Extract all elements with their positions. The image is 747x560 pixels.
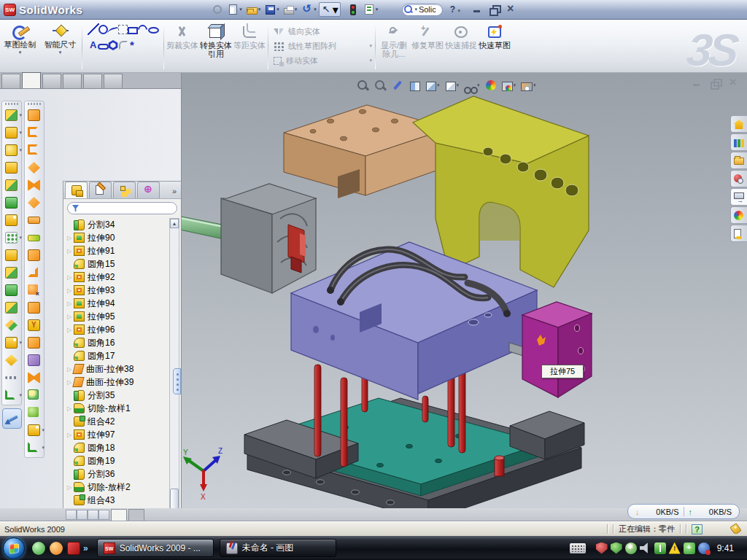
- feature-manager-tab[interactable]: [137, 182, 160, 198]
- 3d-model-exploded-mold[interactable]: Y Z X: [182, 73, 747, 508]
- ribbon-tab[interactable]: [42, 74, 61, 88]
- feature-tree-item[interactable]: 拉伸94: [65, 297, 169, 310]
- command-button[interactable]: 线性草图阵列 ▾: [273, 39, 374, 53]
- sketch-entity-button[interactable]: [128, 27, 138, 34]
- feature-tree-item[interactable]: 组合42: [65, 415, 169, 428]
- tray-icon[interactable]: [640, 542, 651, 554]
- feature-tree-item[interactable]: 圆角17: [65, 349, 169, 362]
- select-tool-button[interactable]: ▾: [319, 2, 341, 17]
- taskbar-task-button[interactable]: 未命名 - 画图: [220, 539, 336, 557]
- toolbar-button[interactable]: ▾: [362, 1, 380, 18]
- ribbon-tab[interactable]: [104, 74, 123, 88]
- feature-tool-button[interactable]: [2, 265, 21, 282]
- feature-tool-button[interactable]: [2, 142, 21, 160]
- task-pane-tab[interactable]: [730, 206, 747, 224]
- sketch-entity-button[interactable]: [88, 23, 99, 35]
- quick-launch-overflow-chevron[interactable]: »: [83, 543, 88, 553]
- command-button[interactable]: 快速草图: [478, 20, 511, 72]
- feature-tool-button[interactable]: [2, 335, 21, 352]
- restore-button[interactable]: [489, 5, 500, 14]
- mold-tool-button[interactable]: [25, 335, 44, 352]
- quick-launch-icon[interactable]: [50, 542, 63, 555]
- task-pane-tab[interactable]: [730, 225, 747, 242]
- graphics-area[interactable]: Y Z X ▾▾▾▾▾▾▾▾▾▾ 拉伸75: [181, 73, 747, 508]
- ribbon-tab[interactable]: [63, 74, 82, 88]
- expand-arrow-icon[interactable]: [65, 235, 74, 241]
- command-button[interactable]: 等距实体: [233, 20, 266, 72]
- ribbon-tab[interactable]: [1, 74, 20, 88]
- expand-arrow-icon[interactable]: [65, 248, 74, 254]
- close-button[interactable]: [507, 5, 517, 14]
- task-pane-tab[interactable]: [730, 170, 747, 187]
- mold-tool-button[interactable]: [25, 125, 44, 142]
- feature-tool-button[interactable]: [2, 177, 21, 195]
- feature-tool-button[interactable]: [2, 282, 21, 300]
- expand-arrow-icon[interactable]: [65, 484, 74, 491]
- toolbar-button[interactable]: ▾: [210, 1, 225, 18]
- mold-tool-button[interactable]: [25, 387, 44, 405]
- mold-tool-button[interactable]: [25, 195, 44, 212]
- toolbar-button[interactable]: ▾: [346, 1, 360, 18]
- view-tool-button[interactable]: ▾: [462, 77, 481, 93]
- expand-arrow-icon[interactable]: [65, 287, 74, 294]
- feature-tool-button[interactable]: [2, 317, 21, 335]
- feature-tool-button[interactable]: [2, 195, 21, 212]
- mold-tool-button[interactable]: [25, 422, 44, 440]
- document-tab[interactable]: [111, 509, 127, 521]
- tray-icon[interactable]: [611, 542, 622, 554]
- mold-tool-button[interactable]: [25, 300, 44, 317]
- command-button[interactable]: 剪裁实体: [166, 20, 199, 72]
- toolbar-button[interactable]: ▾: [282, 1, 299, 18]
- feature-tree-item[interactable]: 分割35: [65, 389, 169, 402]
- feature-tree-item[interactable]: 圆角15: [65, 257, 169, 271]
- view-tool-button[interactable]: ▾: [408, 77, 422, 93]
- mold-tool-button[interactable]: [25, 317, 44, 335]
- tray-icon[interactable]: [698, 542, 710, 554]
- sketch-entity-button[interactable]: [148, 27, 159, 34]
- feature-tree-item[interactable]: 圆角18: [65, 441, 169, 454]
- feature-tool-button[interactable]: [2, 212, 21, 230]
- feature-manager-tab[interactable]: [65, 182, 88, 198]
- feature-tree-item[interactable]: 拉伸92: [65, 271, 169, 284]
- doc-minimize-button[interactable]: [692, 79, 702, 88]
- minimize-button[interactable]: [472, 5, 482, 14]
- task-pane-tab[interactable]: [730, 115, 747, 133]
- feature-tool-button[interactable]: [2, 352, 21, 370]
- feature-tool-button[interactable]: [2, 125, 21, 142]
- feature-tool-button[interactable]: [2, 160, 21, 177]
- feature-tool-button[interactable]: [2, 230, 21, 247]
- feature-tree-item[interactable]: 拉伸90: [65, 231, 169, 244]
- feature-tree-item[interactable]: 分割36: [65, 467, 169, 481]
- tab-nav-button[interactable]: [88, 510, 98, 520]
- expand-arrow-icon[interactable]: [65, 327, 74, 333]
- expand-arrow-icon[interactable]: [65, 432, 74, 438]
- mold-tool-button[interactable]: [25, 405, 44, 422]
- tray-icon[interactable]: [654, 542, 666, 554]
- sketch-entity-button[interactable]: [119, 41, 128, 50]
- clock[interactable]: 9:41: [717, 543, 734, 553]
- search-input[interactable]: Solic: [419, 5, 436, 14]
- feature-tree-item[interactable]: 拉伸95: [65, 310, 169, 323]
- feature-tree-item[interactable]: 切除-放样2: [65, 481, 169, 494]
- feature-tool-button[interactable]: [2, 107, 21, 125]
- measure-tool-button-pressed[interactable]: [2, 408, 22, 429]
- mold-tool-button[interactable]: [25, 265, 44, 282]
- mold-tool-button[interactable]: [25, 370, 44, 387]
- help-button[interactable]: ? ▾: [450, 4, 462, 15]
- view-tool-button[interactable]: ▾: [444, 77, 461, 93]
- feature-tree-item[interactable]: 拉伸96: [65, 323, 169, 336]
- feature-tree-item[interactable]: 曲面-拉伸38: [65, 362, 169, 376]
- tab-nav-button[interactable]: [66, 510, 77, 520]
- toolbar-button[interactable]: ▾: [263, 1, 281, 18]
- feature-tree-item[interactable]: 曲面-拉伸39: [65, 376, 169, 389]
- feature-tool-button[interactable]: [2, 387, 21, 405]
- mold-tool-button[interactable]: [25, 142, 44, 160]
- sketch-entity-button[interactable]: [118, 25, 128, 34]
- mold-tool-button[interactable]: [25, 212, 44, 230]
- toolbar-button[interactable]: ▾: [381, 1, 395, 18]
- tag-icon[interactable]: [729, 523, 741, 535]
- expand-arrow-icon[interactable]: [65, 405, 74, 412]
- task-pane-tab[interactable]: [730, 188, 747, 206]
- mold-tool-button[interactable]: [25, 230, 44, 247]
- mold-tool-button[interactable]: [25, 177, 44, 195]
